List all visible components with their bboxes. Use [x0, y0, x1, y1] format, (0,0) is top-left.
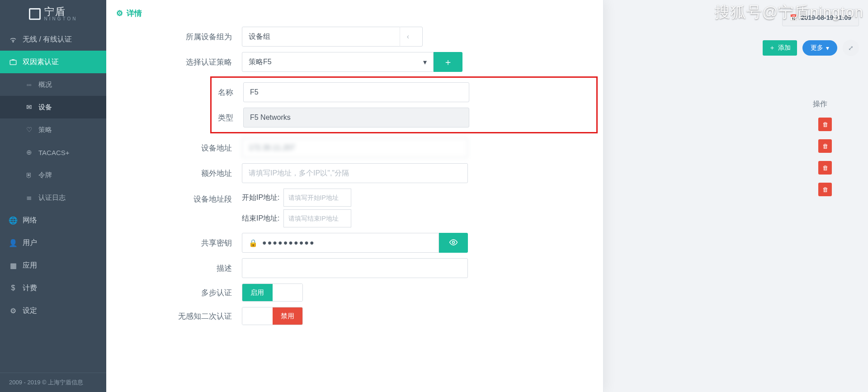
add-button[interactable]: ＋ 添加: [763, 40, 797, 56]
list-icon: ≣: [25, 194, 33, 202]
shared-secret-input[interactable]: 🔒 ●●●●●●●●●●: [242, 233, 439, 253]
device-addr-input[interactable]: 172.30.11.207: [242, 138, 468, 158]
lock-icon: 🔒: [249, 239, 258, 247]
sidebar-item-label: 设定: [23, 306, 37, 316]
svg-point-2: [453, 241, 455, 243]
sidebar-item-label: 双因素认证: [23, 57, 59, 67]
description-input[interactable]: [242, 258, 468, 278]
extra-addr-input[interactable]: [242, 163, 468, 183]
svg-rect-1: [10, 60, 16, 65]
ip-end-input[interactable]: [283, 209, 351, 227]
subnav-tacacs[interactable]: ⊕ TACACS+: [0, 141, 106, 164]
briefcase-icon: [9, 58, 17, 66]
apps-icon: ▦: [9, 261, 17, 270]
datetime-text: 2019-08-19 11:09: [801, 14, 851, 21]
calendar-icon: 📅: [790, 14, 797, 21]
sidebar: 宁盾 NINGTON 无线 / 有线认证 双因素认证 ▫▫ 概况 ✉ 设备 ♡ …: [0, 0, 106, 392]
chevron-down-icon: ▾: [423, 58, 427, 66]
eye-icon: [449, 238, 458, 248]
sidebar-item-label: 概况: [38, 80, 52, 89]
chevron-left-icon: ‹: [400, 27, 416, 47]
label-shared-secret: 共享密钥: [106, 238, 242, 248]
ops-column: 🗑 🗑 🗑 🗑: [818, 118, 832, 196]
type-value: F5 Networks: [250, 113, 291, 122]
highlighted-name-type: 名称 类型 F5 Networks: [210, 76, 598, 133]
grid-icon: ▫▫: [25, 81, 33, 89]
label-device-addr: 设备地址: [106, 143, 242, 153]
toggle-blank: [242, 307, 273, 325]
label-ip-range: 设备地址段: [106, 189, 242, 204]
toggle-enable: 启用: [242, 284, 273, 301]
delete-row-button[interactable]: 🗑: [818, 161, 832, 175]
device-addr-value: 172.30.11.207: [249, 144, 295, 152]
delete-row-button[interactable]: 🗑: [818, 183, 832, 196]
sidebar-item-wireless-wired-auth[interactable]: 无线 / 有线认证: [0, 28, 106, 51]
label-ip-end: 结束IP地址:: [242, 214, 280, 223]
label-multistep: 多步认证: [106, 288, 242, 298]
label-description: 描述: [106, 263, 242, 274]
subnav-device[interactable]: ✉ 设备: [0, 96, 106, 118]
more-button-label: 更多: [811, 44, 823, 52]
trash-icon: 🗑: [822, 186, 828, 193]
trash-icon: 🗑: [822, 165, 828, 171]
fullscreen-button[interactable]: ⤢: [843, 40, 859, 56]
label-extra-addr: 额外地址: [106, 168, 242, 179]
heart-icon: ♡: [25, 126, 33, 134]
sidebar-item-label: 用户: [23, 238, 37, 248]
subnav-token[interactable]: ⛨ 令牌: [0, 164, 106, 186]
sidebar-item-label: 计费: [23, 283, 37, 293]
device-group-select[interactable]: 设备组 ‹: [242, 27, 423, 47]
modal-title: ⚙ 详情: [106, 0, 603, 24]
multistep-toggle[interactable]: 启用: [242, 283, 303, 302]
sidebar-item-label: TACACS+: [38, 149, 70, 156]
auth-policy-value: 策略F5: [249, 57, 272, 67]
label-ip-start: 开始IP地址:: [242, 193, 280, 203]
sidebar-item-label: 设备: [38, 103, 52, 112]
sidebar-item-label: 网络: [23, 216, 37, 225]
more-button[interactable]: 更多 ▾: [802, 40, 837, 56]
name-input[interactable]: [243, 82, 469, 102]
sidebar-item-label: 策略: [38, 126, 52, 134]
type-readonly: F5 Networks: [243, 108, 469, 128]
gear-icon: ⚙: [9, 307, 17, 315]
sidebar-item-network[interactable]: 🌐 网络: [0, 209, 106, 231]
shield-icon: ⛨: [25, 171, 33, 179]
sidebar-item-users[interactable]: 👤 用户: [0, 231, 106, 254]
reveal-secret-button[interactable]: [439, 233, 468, 253]
plus-icon: ＋: [443, 57, 453, 67]
sidebar-footer: 2009 - 2019 © 上海宁盾信息: [0, 373, 106, 392]
delete-row-button[interactable]: 🗑: [818, 118, 832, 131]
toggle-disable: 禁用: [273, 307, 303, 325]
mail-icon: ✉: [25, 103, 33, 111]
chevron-down-icon: ▾: [826, 44, 829, 52]
trash-icon: 🗑: [822, 143, 828, 150]
subnav-overview[interactable]: ▫▫ 概况: [0, 73, 106, 96]
ip-start-input[interactable]: [283, 189, 351, 207]
label-device-group: 所属设备组为: [106, 32, 242, 42]
subnav-auth-log[interactable]: ≣ 认证日志: [0, 186, 106, 209]
delete-row-button[interactable]: 🗑: [818, 139, 832, 153]
globe-icon: 🌐: [9, 216, 17, 225]
svg-point-0: [13, 41, 14, 42]
sidebar-item-billing[interactable]: $ 计费: [0, 277, 106, 299]
add-button-label: 添加: [778, 44, 791, 52]
auth-policy-select[interactable]: 策略F5 ▾: [242, 52, 434, 72]
sidebar-item-label: 无线 / 有线认证: [23, 35, 72, 44]
brand-name: 宁盾: [44, 7, 78, 17]
sidebar-item-settings[interactable]: ⚙ 设定: [0, 299, 106, 322]
expand-icon: ⤢: [848, 44, 854, 52]
logo-icon: [29, 8, 41, 20]
subnav-policy[interactable]: ♡ 策略: [0, 118, 106, 141]
brand-sub: NINGTON: [44, 17, 78, 21]
wifi-icon: [9, 35, 17, 43]
sidebar-item-apps[interactable]: ▦ 应用: [0, 254, 106, 277]
sidebar-item-label: 认证日志: [38, 194, 66, 202]
trash-icon: 🗑: [822, 121, 828, 128]
modal-title-text: 详情: [127, 8, 142, 19]
sidebar-item-two-factor-auth[interactable]: 双因素认证: [0, 51, 106, 73]
toggle-blank: [273, 284, 303, 301]
add-policy-button[interactable]: ＋: [434, 52, 462, 72]
gear-icon: ⚙: [116, 9, 123, 18]
ops-column-header: 操作: [813, 99, 827, 109]
silent2fa-toggle[interactable]: 禁用: [242, 307, 303, 325]
